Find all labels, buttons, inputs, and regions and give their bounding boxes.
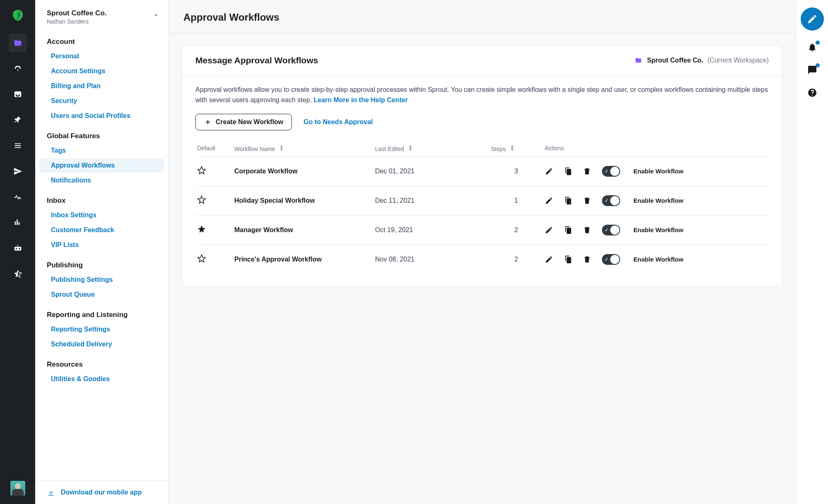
delete-icon[interactable] [583,255,591,264]
chat-icon[interactable] [807,65,817,76]
chevron-down-icon [152,12,160,20]
workspace-note: (Current Workspace) [708,57,769,64]
th-name[interactable]: Workflow Name ▲▼ [233,140,373,157]
steps-count: 1 [489,186,543,215]
current-user: Nathan Sanders [47,18,107,25]
avatar[interactable] [10,481,25,496]
nav-group-title: Resources [35,356,168,371]
last-edited: Dec 01, 2021 [373,156,489,186]
nav-link[interactable]: Notifications [39,173,164,187]
sort-icon: ▲▼ [279,144,284,151]
nav-link[interactable]: Inbox Settings [39,208,164,222]
edit-icon[interactable] [545,226,553,234]
rail-item-list[interactable] [9,137,27,155]
steps-count: 2 [489,245,543,274]
notifications-icon[interactable] [807,42,817,53]
th-actions: Actions [543,140,769,157]
th-last-edited[interactable]: Last Edited ▲▼ [373,140,489,157]
create-workflow-button[interactable]: Create New Workflow [195,114,292,130]
copy-icon[interactable] [564,226,572,234]
workspace-label: Sprout Coffee Co. [647,57,703,64]
rail-item-dashboard[interactable] [9,60,27,78]
enable-label: Enable Workflow [633,197,684,204]
edit-icon[interactable] [545,255,553,264]
copy-icon[interactable] [564,197,572,205]
nav-group-title: Account [35,34,168,48]
enable-label: Enable Workflow [633,168,684,175]
delete-icon[interactable] [583,167,591,175]
nav-link[interactable]: Personal [39,49,164,63]
rail-item-pin[interactable] [9,111,27,129]
workflow-name: Prince's Approval Workflow [233,245,373,274]
rail-item-inbox[interactable] [9,85,27,103]
delete-icon[interactable] [583,197,591,205]
nav-link[interactable]: Scheduled Delivery [39,337,164,351]
nav-link[interactable]: Publishing Settings [39,273,164,287]
enable-toggle[interactable]: ✓ [602,225,620,235]
help-icon[interactable] [807,88,817,99]
edit-icon[interactable] [545,197,553,205]
workspace-switcher[interactable]: Sprout Coffee Co. Nathan Sanders [35,0,168,31]
workflow-name: Holiday Special Workflow [233,186,373,215]
rail-item-folder[interactable] [9,34,27,52]
download-app-link[interactable]: Download our mobile app [35,480,168,504]
nav-group-title: Reporting and Listening [35,307,168,322]
table-row: Manager WorkflowOct 19, 20212✓Enable Wor… [195,215,769,245]
download-app-label: Download our mobile app [61,489,142,496]
compose-button[interactable] [801,7,824,31]
table-row: Corporate WorkflowDec 01, 20213✓Enable W… [195,156,769,186]
icon-rail [0,0,35,504]
enable-toggle[interactable]: ✓ [602,166,620,177]
favorite-star-icon[interactable] [197,225,206,234]
nav-link[interactable]: Billing and Plan [39,79,164,93]
enable-toggle[interactable]: ✓ [602,254,620,265]
workflow-name: Corporate Workflow [233,156,373,186]
rail-item-reports[interactable] [9,214,27,232]
right-rail [796,0,828,504]
th-steps[interactable]: Steps ▲▼ [489,140,543,157]
copy-icon[interactable] [564,167,572,175]
description-text: Approval workflows allow you to create s… [195,86,768,103]
workflow-name: Manager Workflow [233,215,373,245]
enable-label: Enable Workflow [633,226,684,233]
nav-link[interactable]: Users and Social Profiles [39,109,164,123]
nav-link[interactable]: Tags [39,144,164,158]
table-row: Prince's Approval WorkflowNov 08, 20212✓… [195,245,769,274]
edit-icon[interactable] [545,167,553,175]
nav-link[interactable]: Security [39,94,164,108]
last-edited: Oct 19, 2021 [373,215,489,245]
copy-icon[interactable] [564,255,572,264]
favorite-star-icon[interactable] [197,166,206,175]
workspace-name: Sprout Coffee Co. [47,9,107,17]
page-title: Approval Workflows [183,12,781,23]
main-header: Approval Workflows [168,0,796,33]
steps-count: 3 [489,156,543,186]
chat-dot [816,63,820,67]
delete-icon[interactable] [583,226,591,234]
learn-more-link[interactable]: Learn More in the Help Center [313,96,408,103]
rail-item-send[interactable] [9,162,27,180]
nav-group-title: Global Features [35,128,168,143]
nav-link[interactable]: Sprout Queue [39,288,164,302]
settings-sidebar: Sprout Coffee Co. Nathan Sanders Account… [35,0,168,504]
enable-toggle[interactable]: ✓ [602,195,620,206]
nav-link[interactable]: Utilities & Goodies [39,372,164,386]
brand-logo[interactable] [10,7,26,23]
workflows-card: Message Approval Workflows Sprout Coffee… [182,45,782,287]
nav-link[interactable]: Reporting Settings [39,322,164,336]
card-title: Message Approval Workflows [195,55,318,65]
nav-link[interactable]: Customer Feedback [39,223,164,237]
nav-link[interactable]: Account Settings [39,64,164,78]
rail-item-star-half[interactable] [9,265,27,283]
favorite-star-icon[interactable] [197,195,206,204]
go-needs-approval-link[interactable]: Go to Needs Approval [303,118,373,126]
last-edited: Nov 08, 2021 [373,245,489,274]
rail-item-pulse[interactable] [9,188,27,206]
favorite-star-icon[interactable] [197,254,206,263]
nav-group-title: Inbox [35,192,168,207]
th-default: Default [195,140,233,157]
main-area: Approval Workflows Message Approval Work… [168,0,796,504]
rail-item-bot[interactable] [9,239,27,257]
nav-link[interactable]: VIP Lists [39,238,164,252]
nav-link[interactable]: Approval Workflows [39,158,164,173]
